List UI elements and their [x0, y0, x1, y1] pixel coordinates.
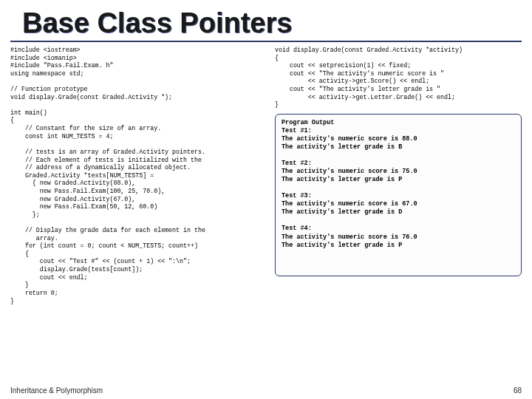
footer-text: Inheritance & Polymorphism	[10, 386, 103, 395]
code-left: #include <iostream> #include <iomanip> #…	[10, 47, 270, 305]
code-right: void display.Grade(const Graded.Activity…	[275, 47, 522, 109]
slide-title: Base Class Pointers	[0, 0, 532, 41]
divider	[10, 41, 522, 42]
page-number: 68	[514, 386, 522, 395]
program-output-box: Program Output Test #1: The activity's n…	[275, 114, 522, 276]
right-column: void display.Grade(const Graded.Activity…	[275, 47, 522, 305]
content-columns: #include <iostream> #include <iomanip> #…	[0, 47, 532, 305]
